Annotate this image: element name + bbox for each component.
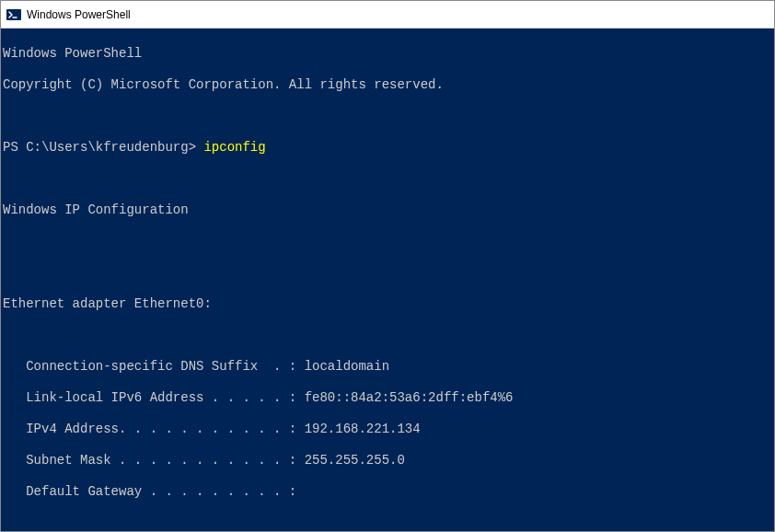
blank-line — [3, 171, 774, 187]
terminal-output[interactable]: Windows PowerShell Copyright (C) Microso… — [1, 29, 774, 531]
adapter-header: Ethernet adapter Ethernet0: — [3, 296, 774, 312]
blank-line — [3, 265, 774, 281]
prompt-line: PS C:\Users\kfreudenburg> ipconfig — [3, 140, 774, 156]
powershell-window: Windows PowerShell Windows PowerShell Co… — [0, 0, 775, 532]
adapter-dns-suffix: Connection-specific DNS Suffix . : local… — [3, 359, 774, 375]
adapter-ipv6: Link-local IPv6 Address . . . . . : fe80… — [3, 390, 774, 406]
window-title: Windows PowerShell — [27, 8, 131, 21]
blank-line — [3, 515, 774, 531]
powershell-icon — [6, 7, 21, 22]
blank-line — [3, 328, 774, 343]
adapter-gateway: Default Gateway . . . . . . . . . : — [3, 484, 774, 500]
adapter-ipv4: IPv4 Address. . . . . . . . . . . : 192.… — [3, 422, 774, 437]
blank-line — [3, 234, 774, 249]
titlebar[interactable]: Windows PowerShell — [1, 1, 774, 29]
blank-line — [3, 109, 774, 124]
copyright-line: Copyright (C) Microsoft Corporation. All… — [3, 77, 774, 93]
adapter-subnet: Subnet Mask . . . . . . . . . . . : 255.… — [3, 453, 774, 468]
command-text: ipconfig — [203, 140, 265, 155]
prompt: PS C:\Users\kfreudenburg> — [3, 140, 203, 155]
ipconfig-title: Windows IP Configuration — [3, 202, 774, 218]
header-line: Windows PowerShell — [3, 46, 774, 62]
svg-rect-0 — [6, 9, 21, 20]
